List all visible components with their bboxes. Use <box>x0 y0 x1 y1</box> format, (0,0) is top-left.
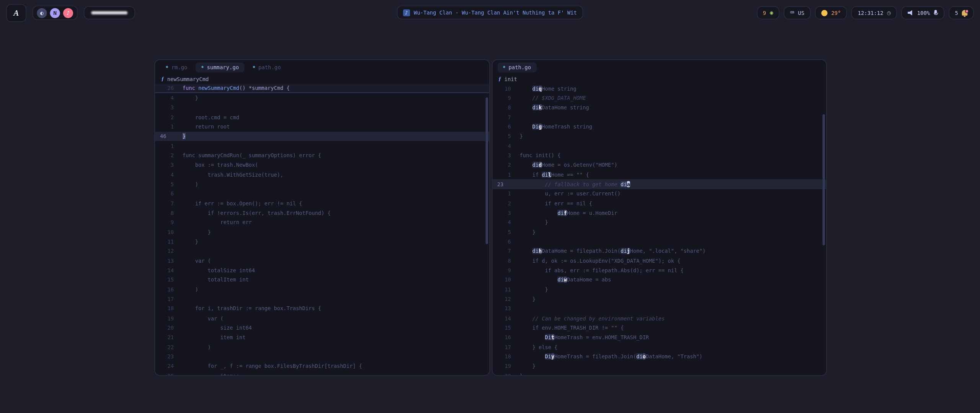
code-line[interactable]: 3func init() { <box>492 151 826 160</box>
line-number: 4 <box>160 95 174 101</box>
scrollbar-left[interactable] <box>485 98 488 244</box>
tab-path.go[interactable]: ◆path.go <box>497 62 537 72</box>
code-line[interactable]: 2 root.cmd = cmd <box>155 112 489 122</box>
code-area-left[interactable]: 26func newSummaryCmd() *summaryCmd {4 }3… <box>155 84 489 375</box>
workspace-icon-1[interactable]: ◐ <box>37 8 47 18</box>
code-line[interactable]: 15 if env.HOME_TRASH_DIR != "" { <box>492 323 826 332</box>
code-line[interactable]: 8 if !errors.Is(err, trash.ErrNotFound) … <box>155 208 489 218</box>
editor-pane-right: ◆path.go ƒ init 10 diqHome string9 // $X… <box>492 59 827 376</box>
now-playing-widget[interactable]: ♪ Wu-Tang Clan - Wu-Tang Clan Ain't Nuth… <box>397 6 583 20</box>
code-line[interactable]: 46} <box>155 132 489 141</box>
code-line[interactable]: 16 DitHomeTrash = env.HOME_TRASH_DIR <box>492 332 826 342</box>
code-line[interactable]: 14 totalSize int64 <box>155 265 489 275</box>
top-bar: A ◐ N ♪ ♪ Wu-Tang Clan - Wu-Tang Clan Ai… <box>0 0 980 26</box>
code-line[interactable]: 14 // Can be changed by environment vari… <box>492 313 826 323</box>
code-line[interactable]: 23 // fallback to get home dia <box>492 179 826 189</box>
code-line[interactable]: 11 } <box>155 237 489 246</box>
line-number: 7 <box>160 200 174 206</box>
code-line[interactable]: 23 <box>155 351 489 361</box>
scrollbar-right[interactable] <box>823 114 825 246</box>
line-number: 11 <box>160 239 174 245</box>
notifications-widget[interactable]: 5 <box>949 6 974 19</box>
tab-rm.go[interactable]: ◆rm.go <box>160 62 193 72</box>
code-line[interactable]: 17 <box>155 294 489 304</box>
code-line[interactable]: 19 } <box>492 361 826 371</box>
code-line[interactable]: 6 <box>155 189 489 198</box>
code-line[interactable]: 20} <box>492 371 826 376</box>
code-line[interactable]: 2func summaryCmdRun(_ summaryOptions) er… <box>155 151 489 160</box>
code-line[interactable]: 1 <box>155 141 489 151</box>
code-line[interactable]: 3 box := trash.NewBox( <box>155 160 489 170</box>
code-line[interactable]: 6 DigHomeTrash string <box>492 122 826 132</box>
line-number: 21 <box>160 334 174 340</box>
code-line[interactable]: 12 <box>155 246 489 256</box>
code-line[interactable]: 12 } <box>492 294 826 304</box>
line-number: 18 <box>497 353 511 359</box>
line-number: 18 <box>160 306 174 312</box>
code-line[interactable]: 10 diqHome string <box>492 84 826 93</box>
code-line[interactable]: 4 <box>492 141 826 151</box>
code-line[interactable]: 18 for i, trashDir := range box.TrashDir… <box>155 304 489 313</box>
code-line[interactable]: 25 item++ <box>155 371 489 376</box>
code-area-right[interactable]: 10 diqHome string9 // $XDG_DATA_HOME8 di… <box>492 84 826 375</box>
code-line[interactable]: 17 } else { <box>492 342 826 351</box>
code-line[interactable]: 16 ) <box>155 285 489 294</box>
workspace-icon-2[interactable]: N <box>50 8 60 18</box>
code-line[interactable]: 9 // $XDG_DATA_HOME <box>492 93 826 103</box>
code-line[interactable]: 6 <box>492 237 826 246</box>
code-line[interactable]: 19 var ( <box>155 313 489 323</box>
desktop: A ◐ N ♪ ♪ Wu-Tang Clan - Wu-Tang Clan Ai… <box>0 0 980 413</box>
code-line[interactable]: 2 if err == nil { <box>492 198 826 208</box>
launcher-button[interactable]: A <box>6 4 26 22</box>
tab-label: summary.go <box>207 64 239 70</box>
code-line[interactable]: 2 didHome = os.Getenv("HOME") <box>492 160 826 170</box>
line-number: 23 <box>497 181 511 187</box>
code-line[interactable]: 5 ) <box>155 179 489 189</box>
code-line[interactable]: 20 size int64 <box>155 323 489 332</box>
code-line[interactable]: 7 <box>492 112 826 122</box>
code-line[interactable]: 7 dihDataHome = filepath.Join(dijHome, "… <box>492 246 826 256</box>
code-line[interactable]: 10 } <box>155 227 489 237</box>
code-line[interactable]: 21 item int <box>155 332 489 342</box>
code-line[interactable]: 8 if d, ok := os.LookupEnv("XDG_DATA_HOM… <box>492 256 826 265</box>
code-line[interactable]: 11 } <box>492 285 826 294</box>
code-line[interactable]: 3 <box>155 103 489 112</box>
code-line[interactable]: 13 <box>492 304 826 313</box>
code-line[interactable]: 18 DiyHomeTrash = filepath.Join(dioDataH… <box>492 351 826 361</box>
code-line[interactable]: 4 } <box>155 93 489 103</box>
code-line[interactable]: 9 return err <box>155 218 489 227</box>
tab-summary.go[interactable]: ◆summary.go <box>196 62 245 72</box>
code-line[interactable]: 1 return root <box>155 122 489 132</box>
code-line[interactable]: 5 } <box>492 227 826 237</box>
volume-widget[interactable]: 100% <box>902 6 944 19</box>
code-line[interactable]: 9 if abs, err := filepath.Abs(d); err ==… <box>492 265 826 275</box>
code-line[interactable]: 7 if err := box.Open(); err != nil { <box>155 198 489 208</box>
line-number: 2 <box>160 114 174 120</box>
code-line[interactable]: 8 dikDataHome string <box>492 103 826 112</box>
workspace-icon-3[interactable]: ♪ <box>63 8 73 18</box>
code-line[interactable]: 4 trash.WithGetSize(true), <box>155 170 489 179</box>
tab-path.go[interactable]: ◆path.go <box>247 62 286 72</box>
keyboard-layout-widget[interactable]: ⌨ US <box>784 6 811 19</box>
active-window-title[interactable] <box>84 6 135 19</box>
line-number: 12 <box>160 248 174 254</box>
code-line[interactable]: 22 ) <box>155 342 489 351</box>
line-number: 4 <box>497 219 511 225</box>
code-line[interactable]: 10 diwDataHome = abs <box>492 275 826 285</box>
code-line[interactable]: 1 u, err := user.Current() <box>492 189 826 198</box>
code-line[interactable]: 5} <box>492 132 826 141</box>
code-line[interactable]: 4 } <box>492 218 826 227</box>
line-number: 1 <box>497 171 511 177</box>
context-line[interactable]: 26func newSummaryCmd() *summaryCmd { <box>155 84 489 93</box>
code-line[interactable]: 3 difHome = u.HomeDir <box>492 208 826 218</box>
editor-pane-left: ◆rm.go◆summary.go◆path.go ƒ newSummaryCm… <box>154 59 490 376</box>
clock-widget[interactable]: 12:31:12 ◷ <box>851 6 897 19</box>
updates-widget[interactable]: 9 ◉ <box>757 6 780 19</box>
code-line[interactable]: 15 totalItem int <box>155 275 489 285</box>
code-line[interactable]: 13 var ( <box>155 256 489 265</box>
weather-widget[interactable]: 29° <box>815 6 847 19</box>
code-line[interactable]: 24 for _, f := range box.FilesByTrashDir… <box>155 361 489 371</box>
line-number: 15 <box>160 277 174 283</box>
code-line[interactable]: 1 if dilHome == "" { <box>492 170 826 179</box>
go-file-icon: ◆ <box>201 65 204 69</box>
